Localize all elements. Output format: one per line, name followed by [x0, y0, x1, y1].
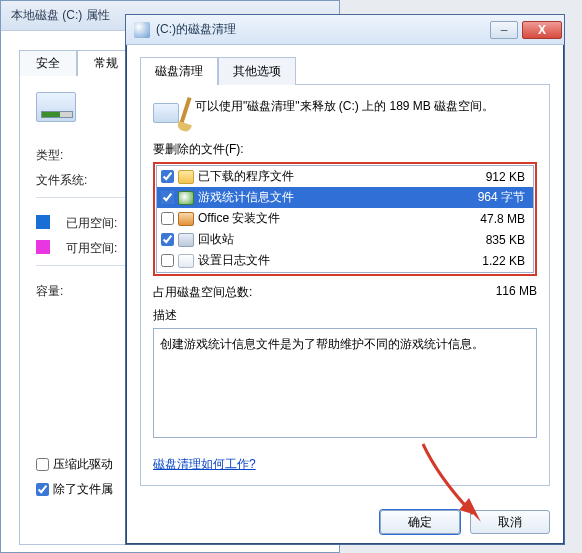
ok-button[interactable]: 确定 [380, 510, 460, 534]
tab-other-options[interactable]: 其他选项 [218, 57, 296, 85]
cleanup-pane: 可以使用"磁盘清理"来释放 (C:) 上的 189 MB 磁盘空间。 要删除的文… [140, 84, 550, 486]
file-row[interactable]: 游戏统计信息文件964 字节 [157, 187, 533, 208]
file-size: 912 KB [449, 170, 529, 184]
file-checkbox[interactable] [161, 212, 174, 225]
file-list[interactable]: 已下载的程序文件912 KB游戏统计信息文件964 字节Office 安装文件4… [156, 165, 534, 273]
tab-disk-cleanup[interactable]: 磁盘清理 [140, 57, 218, 85]
compress-checkbox[interactable] [36, 458, 49, 471]
compress-label: 压缩此驱动 [53, 456, 113, 473]
file-size: 835 KB [449, 233, 529, 247]
cleanup-titlebar[interactable]: (C:)的磁盘清理 – X [126, 15, 564, 45]
cleanup-title-text: (C:)的磁盘清理 [156, 21, 488, 38]
tab-security[interactable]: 安全 [19, 50, 77, 76]
file-checkbox[interactable] [161, 170, 174, 183]
file-type-icon [178, 191, 194, 205]
free-label: 可用空间: [66, 240, 117, 257]
annotation-frame: 已下载的程序文件912 KB游戏统计信息文件964 字节Office 安装文件4… [153, 162, 537, 276]
file-row[interactable]: 设置日志文件1.22 KB [157, 250, 533, 271]
drive-icon [36, 92, 76, 122]
description-box: 创建游戏统计信息文件是为了帮助维护不同的游戏统计信息。 [153, 328, 537, 438]
file-type-icon [178, 233, 194, 247]
properties-title-text: 本地磁盘 (C:) 属性 [11, 8, 110, 22]
cleanup-tabs: 磁盘清理 其他选项 [140, 57, 550, 85]
file-row[interactable]: 回收站835 KB [157, 229, 533, 250]
file-name: Office 安装文件 [198, 210, 445, 227]
cleanup-title-icon [134, 22, 150, 38]
file-checkbox[interactable] [161, 191, 174, 204]
capacity-label: 容量: [36, 283, 106, 300]
disk-cleanup-icon [153, 97, 185, 129]
file-name: 已下载的程序文件 [198, 168, 445, 185]
cancel-button[interactable]: 取消 [470, 510, 550, 534]
used-label: 已用空间: [66, 215, 117, 232]
file-size: 47.8 MB [449, 212, 529, 226]
dialog-button-row: 确定 取消 [126, 500, 564, 544]
file-size: 1.22 KB [449, 254, 529, 268]
file-type-icon [178, 254, 194, 268]
file-type-icon [178, 170, 194, 184]
file-name: 游戏统计信息文件 [198, 189, 445, 206]
file-type-icon [178, 212, 194, 226]
close-button[interactable]: X [522, 21, 562, 39]
used-swatch-icon [36, 215, 50, 229]
file-name: 设置日志文件 [198, 252, 445, 269]
description-text: 创建游戏统计信息文件是为了帮助维护不同的游戏统计信息。 [160, 337, 484, 351]
disk-cleanup-window: (C:)的磁盘清理 – X 磁盘清理 其他选项 可以使用"磁盘清理"来释放 (C… [125, 14, 565, 545]
help-link[interactable]: 磁盘清理如何工作? [153, 456, 256, 473]
type-label: 类型: [36, 147, 106, 164]
files-to-delete-label: 要删除的文件(F): [153, 141, 537, 158]
free-swatch-icon [36, 240, 50, 254]
total-value: 116 MB [457, 284, 537, 301]
index-checkbox[interactable] [36, 483, 49, 496]
fs-label: 文件系统: [36, 172, 106, 189]
file-checkbox[interactable] [161, 254, 174, 267]
file-row[interactable]: Office 安装文件47.8 MB [157, 208, 533, 229]
file-name: 回收站 [198, 231, 445, 248]
file-checkbox[interactable] [161, 233, 174, 246]
file-row[interactable]: 已下载的程序文件912 KB [157, 166, 533, 187]
minimize-button[interactable]: – [490, 21, 518, 39]
index-label: 除了文件属 [53, 481, 113, 498]
description-label: 描述 [153, 307, 537, 324]
cleanup-message: 可以使用"磁盘清理"来释放 (C:) 上的 189 MB 磁盘空间。 [195, 97, 494, 129]
total-label: 占用磁盘空间总数: [153, 284, 457, 301]
file-size: 964 字节 [449, 189, 529, 206]
